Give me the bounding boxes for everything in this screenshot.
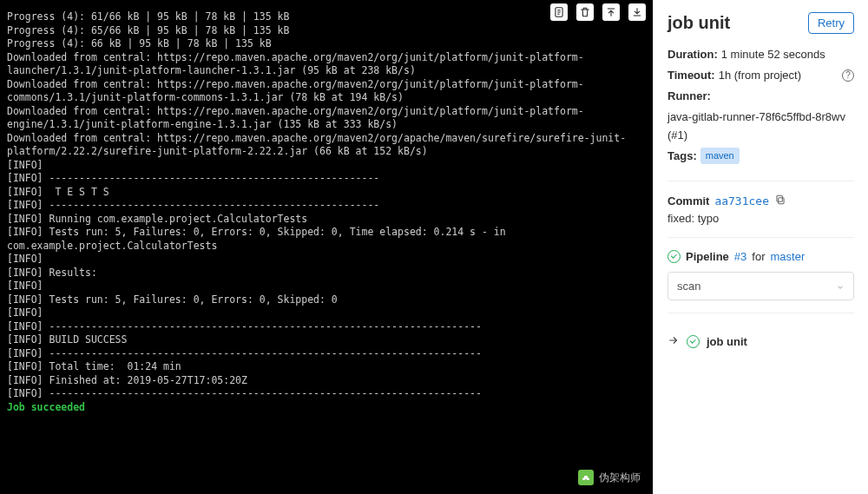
terminal-line: [INFO] ---------------------------------… [7,347,646,361]
pipeline-for-text: for [752,250,765,263]
terminal-line: [INFO] ---------------------------------… [7,199,646,213]
side-header: job unit Retry [667,12,854,34]
terminal-line: [INFO] Results: [7,267,646,280]
terminal-success-line: Job succeeded [7,401,646,415]
stage-selected-label: scan [677,280,700,293]
commit-block: Commit aa731cee fixed: typo [667,194,854,225]
duration-value: 1 minute 52 seconds [721,46,825,63]
watermark-text: 伪架构师 [599,471,641,484]
terminal-line: Downloaded from central: https://repo.ma… [7,105,646,119]
terminal-line: launcher/1.3.1/junit-platform-launcher-1… [7,64,646,78]
pipeline-id-link[interactable]: #3 [734,250,746,263]
terminal-line: [INFO] Running com.example.project.Calcu… [7,213,646,227]
commit-sha-link[interactable]: aa731cee [714,194,769,207]
divider [667,181,854,181]
runner-label: Runner: [667,88,711,105]
side-pane: job unit Retry Duration: 1 minute 52 sec… [653,0,868,494]
status-success-icon [667,250,681,263]
terminal-line: [INFO] [7,253,646,267]
job-name-label: job unit [707,335,747,348]
terminal-line: [INFO] ---------------------------------… [7,172,646,186]
duration-label: Duration: [667,46,718,63]
terminal-line: Progress (4): 66 kB | 95 kB | 78 kB | 13… [7,37,646,51]
pipeline-label: Pipeline [686,250,729,263]
terminal-line: [INFO] [7,159,646,173]
svg-rect-1 [779,198,784,204]
status-success-icon [687,335,700,348]
wechat-icon [578,470,594,485]
copy-icon[interactable] [774,194,786,208]
terminal-line: [INFO] Tests run: 5, Failures: 0, Errors… [7,293,646,307]
terminal-line: [INFO] Tests run: 5, Failures: 0, Errors… [7,226,646,240]
arrow-right-icon [667,334,680,349]
runner-value: java-gitlab-runner-78f6c5ffbd-8r8wv (#1) [667,109,854,143]
divider [667,313,854,313]
tag-maven[interactable]: maven [700,148,740,164]
pipeline-branch-link[interactable]: master [771,250,806,263]
terminal-line: [INFO] Total time: 01:24 min [7,360,646,374]
terminal-line: [INFO] Finished at: 2019-05-27T17:05:20Z [7,374,646,388]
terminal-body[interactable]: Progress (4): 61/66 kB | 95 kB | 78 kB |… [0,0,653,421]
commit-label: Commit [667,194,709,207]
chevron-down-icon [836,281,845,290]
job-meta: Duration: 1 minute 52 seconds Timeout: 1… [667,46,854,168]
terminal-toolbar [550,3,646,21]
terminal-line: [INFO] [7,280,646,293]
svg-rect-2 [777,195,782,201]
job-title: job unit [667,13,730,33]
terminal-line: Downloaded from central: https://repo.ma… [7,51,646,65]
timeout-value: 1h (from project) [719,67,801,84]
terminal-pane: Progress (4): 61/66 kB | 95 kB | 78 kB |… [0,0,653,494]
trash-icon[interactable] [576,3,594,21]
terminal-line: Progress (4): 65/66 kB | 95 kB | 78 kB |… [7,24,646,38]
scroll-top-icon[interactable] [602,3,620,21]
terminal-line: [INFO] T E S T S [7,186,646,200]
divider [667,237,854,238]
terminal-line: [INFO] [7,306,646,320]
terminal-line: [INFO] ---------------------------------… [7,387,646,401]
terminal-line: commons/1.3.1/junit-platform-commons-1.3… [7,91,646,105]
pipeline-block: Pipeline #3 for master scan [667,250,854,300]
terminal-line: [INFO] BUILD SUCCESS [7,333,646,347]
terminal-line: com.example.project.CalculatorTests [7,240,646,254]
raw-icon[interactable] [550,3,568,21]
help-icon[interactable]: ? [842,69,854,82]
terminal-line: engine/1.3.1/junit-platform-engine-1.3.1… [7,118,646,132]
tags-label: Tags: [667,148,697,165]
terminal-line: platform/2.22.2/surefire-junit-platform-… [7,145,646,159]
terminal-line: [INFO] ---------------------------------… [7,320,646,334]
stage-select[interactable]: scan [667,272,854,300]
terminal-line: Downloaded from central: https://repo.ma… [7,132,646,146]
job-row[interactable]: job unit [667,326,854,349]
retry-button[interactable]: Retry [808,12,854,34]
timeout-label: Timeout: [667,67,715,84]
scroll-bottom-icon[interactable] [628,3,646,21]
terminal-line: Downloaded from central: https://repo.ma… [7,78,646,92]
commit-message: fixed: typo [667,212,854,225]
watermark: 伪架构师 [578,470,641,485]
